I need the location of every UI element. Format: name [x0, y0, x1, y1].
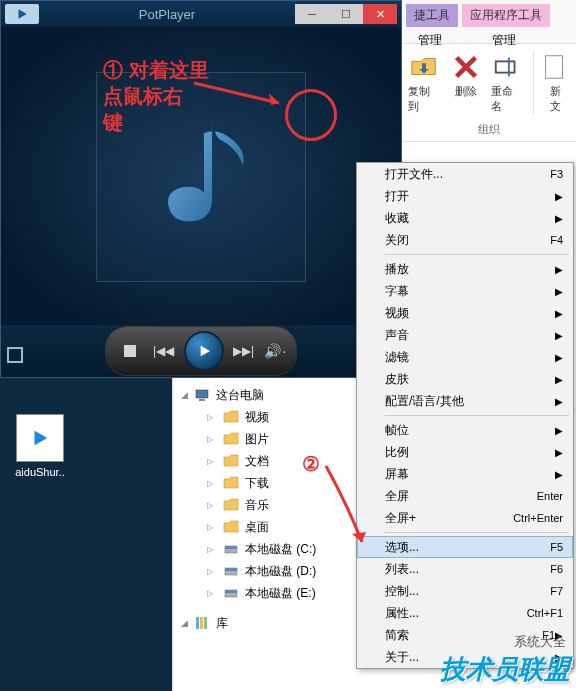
minimize-button[interactable]: ─	[295, 4, 329, 24]
new-icon	[540, 52, 570, 82]
menu-item-shortcut: Ctrl+Enter	[513, 512, 563, 524]
control-panel: |◀◀ ▶▶| 🔊 ·	[105, 326, 298, 376]
ribbon-tab-tools[interactable]: 捷工具	[406, 4, 458, 27]
svg-rect-3	[124, 345, 136, 357]
menu-item-5[interactable]: 播放▶	[357, 258, 573, 280]
desktop-shortcut[interactable]: aiduShur..	[4, 414, 76, 478]
prev-button[interactable]: |◀◀	[150, 337, 178, 365]
svg-marker-4	[200, 346, 209, 357]
menu-item-6[interactable]: 字幕▶	[357, 280, 573, 302]
menu-item-shortcut: Enter	[537, 490, 563, 502]
menu-item-shortcut: F5	[550, 541, 563, 553]
stop-button[interactable]	[116, 337, 144, 365]
menu-item-19[interactable]: 选项...F5	[357, 536, 573, 558]
menu-item-3[interactable]: 关闭F4	[357, 229, 573, 251]
menu-item-15[interactable]: 屏幕▶	[357, 463, 573, 485]
menu-item-8[interactable]: 声音▶	[357, 324, 573, 346]
tree-item-0[interactable]: ▷视频	[173, 406, 356, 428]
ribbon-tab-apps[interactable]: 应用程序工具	[462, 4, 550, 27]
submenu-arrow-icon: ▶	[555, 447, 563, 458]
menu-item-13[interactable]: 帧位▶	[357, 419, 573, 441]
desktop-area: aiduShur..	[0, 378, 172, 691]
tree-item-8[interactable]: ▷本地磁盘 (E:)	[173, 582, 356, 604]
delete-button[interactable]: 删除	[451, 52, 481, 114]
menu-item-label: 配置/语言/其他	[385, 393, 555, 410]
menu-item-17[interactable]: 全屏+Ctrl+Enter	[357, 507, 573, 529]
ribbon-buttons: 复制到 删除 重命名 新 文	[402, 44, 576, 122]
submenu-arrow-icon: ▶	[555, 352, 563, 363]
context-menu: 打开文件...F3打开▶收藏▶关闭F4播放▶字幕▶视频▶声音▶滤镜▶皮肤▶配置/…	[356, 162, 574, 669]
ribbon-tab-manage1[interactable]: 管理	[410, 29, 450, 52]
svg-marker-10	[35, 431, 48, 446]
menu-item-14[interactable]: 比例▶	[357, 441, 573, 463]
menu-item-7[interactable]: 视频▶	[357, 302, 573, 324]
tree-item-1[interactable]: ▷图片	[173, 428, 356, 450]
folder-arrow-icon	[409, 52, 439, 82]
ribbon-tab-manage2[interactable]: 管理	[484, 29, 524, 52]
fullscreen-icon[interactable]	[7, 347, 23, 363]
annotation-arrow-2	[316, 462, 374, 552]
video-area[interactable]: ① 对着这里 点鼠标右 键	[1, 27, 401, 327]
tree-this-pc[interactable]: ◢这台电脑	[173, 384, 356, 406]
menu-item-label: 选项...	[385, 539, 550, 556]
menu-item-shortcut: Ctrl+F1	[527, 607, 563, 619]
menu-item-20[interactable]: 列表...F6	[357, 558, 573, 580]
tree-library[interactable]: ◢库	[173, 612, 356, 634]
titlebar: PotPlayer ─ ☐ ✕	[1, 1, 401, 27]
controls-bar: |◀◀ ▶▶| 🔊 ·	[1, 325, 401, 377]
tree-item-7[interactable]: ▷本地磁盘 (D:)	[173, 560, 356, 582]
copy-to-button[interactable]: 复制到	[408, 52, 441, 114]
delete-label: 删除	[455, 84, 477, 99]
watermark-sub: 系统大全	[514, 633, 566, 651]
menu-item-label: 关闭	[385, 232, 550, 249]
close-button[interactable]: ✕	[363, 4, 397, 24]
svg-rect-11	[196, 390, 208, 398]
ribbon-group-label: 组织	[402, 122, 576, 139]
menu-item-label: 声音	[385, 327, 555, 344]
volume-control[interactable]: 🔊 ·	[264, 343, 287, 359]
submenu-arrow-icon: ▶	[555, 425, 563, 436]
menu-item-9[interactable]: 滤镜▶	[357, 346, 573, 368]
menu-item-label: 皮肤	[385, 371, 555, 388]
new-label: 新 文	[550, 84, 561, 114]
menu-item-22[interactable]: 属性...Ctrl+F1	[357, 602, 573, 624]
svg-rect-16	[225, 568, 237, 571]
menu-item-0[interactable]: 打开文件...F3	[357, 163, 573, 185]
menu-item-1[interactable]: 打开▶	[357, 185, 573, 207]
play-button[interactable]	[184, 331, 224, 371]
x-icon	[451, 52, 481, 82]
menu-item-label: 收藏	[385, 210, 555, 227]
menu-item-16[interactable]: 全屏Enter	[357, 485, 573, 507]
svg-rect-19	[196, 617, 199, 629]
rename-icon	[492, 52, 522, 82]
rename-button[interactable]: 重命名	[491, 52, 524, 114]
menu-item-label: 打开文件...	[385, 166, 550, 183]
svg-rect-21	[204, 617, 207, 629]
svg-rect-9	[546, 56, 563, 79]
menu-item-label: 比例	[385, 444, 555, 461]
menu-item-21[interactable]: 控制...F7	[357, 580, 573, 602]
svg-line-1	[194, 83, 279, 103]
menu-item-11[interactable]: 配置/语言/其他▶	[357, 390, 573, 412]
svg-marker-22	[352, 532, 366, 542]
svg-rect-14	[225, 546, 237, 549]
submenu-arrow-icon: ▶	[555, 469, 563, 480]
menu-item-shortcut: F4	[550, 234, 563, 246]
menu-separator	[385, 532, 569, 533]
menu-item-2[interactable]: 收藏▶	[357, 207, 573, 229]
new-button[interactable]: 新 文	[533, 52, 570, 114]
rename-label: 重命名	[491, 84, 524, 114]
menu-item-10[interactable]: 皮肤▶	[357, 368, 573, 390]
app-logo-icon	[5, 4, 39, 24]
submenu-arrow-icon: ▶	[555, 374, 563, 385]
copy-to-label: 复制到	[408, 84, 441, 114]
submenu-arrow-icon: ▶	[555, 191, 563, 202]
submenu-arrow-icon: ▶	[555, 396, 563, 407]
speaker-icon: 🔊	[264, 343, 281, 359]
maximize-button[interactable]: ☐	[329, 4, 363, 24]
menu-item-shortcut: F7	[550, 585, 563, 597]
menu-item-label: 帧位	[385, 422, 555, 439]
next-button[interactable]: ▶▶|	[230, 337, 258, 365]
menu-item-label: 列表...	[385, 561, 550, 578]
ribbon-area: 捷工具 应用程序工具 管理 管理 复制到 删除 重命名 新 文 组织	[402, 0, 576, 162]
